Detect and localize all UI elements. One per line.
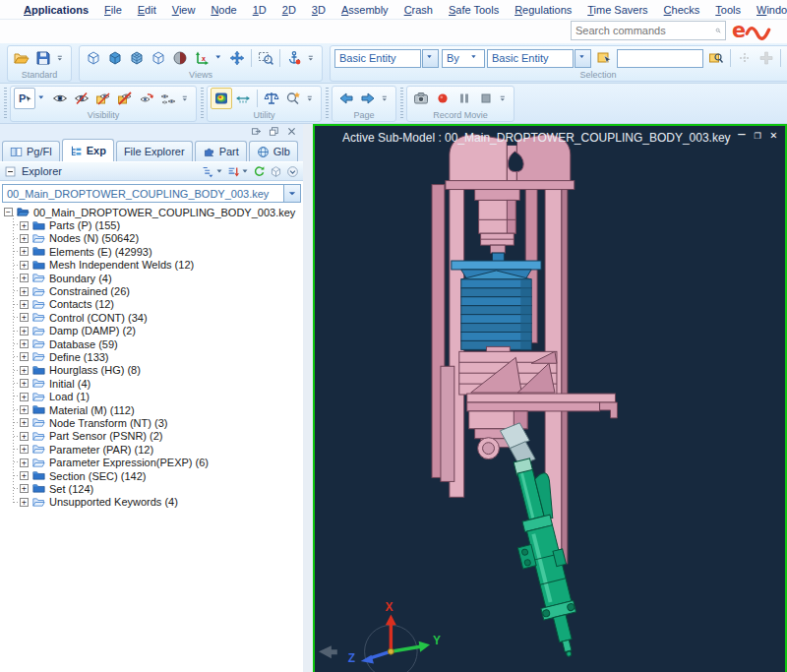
tree-expander[interactable]: + xyxy=(20,366,29,375)
advanced-find-button[interactable] xyxy=(282,88,304,109)
tree-item-unsupported-keywords-4[interactable]: +Unsupported Keywords (4) xyxy=(9,496,303,509)
tree-expander[interactable]: + xyxy=(20,339,29,348)
tree-expander[interactable]: + xyxy=(20,445,29,454)
tree-expander[interactable]: + xyxy=(20,287,29,296)
tab-glb[interactable]: Glb xyxy=(249,141,298,161)
find-entity-button[interactable] xyxy=(705,47,727,69)
open-button[interactable] xyxy=(11,47,32,69)
menu-item-checks[interactable]: Checks xyxy=(656,2,708,18)
menu-item-window[interactable]: Window xyxy=(749,2,787,18)
tree-item-initial-4[interactable]: +Initial (4) xyxy=(9,377,303,390)
tree-expander[interactable]: + xyxy=(20,313,29,322)
panel-menu-button[interactable] xyxy=(286,165,299,178)
contour-button[interactable] xyxy=(211,88,232,109)
tree-item-parts-p-155[interactable]: +Parts (P) (155) xyxy=(9,218,303,231)
menu-item-edit[interactable]: Edit xyxy=(130,2,164,18)
record-movie-drag-handle[interactable] xyxy=(400,88,403,120)
tree-expander[interactable]: + xyxy=(20,418,29,427)
tree-expander[interactable]: + xyxy=(20,247,29,256)
search-box[interactable] xyxy=(571,21,726,40)
tree-expander[interactable]: + xyxy=(20,352,29,361)
tree-expander[interactable]: − xyxy=(4,208,13,216)
views-overflow-button[interactable] xyxy=(305,47,319,69)
tree-item-control-cont-34[interactable]: +Control (CONT) (34) xyxy=(9,311,303,324)
render-sphere-button[interactable] xyxy=(169,47,191,69)
axis-dropdown-button[interactable] xyxy=(212,47,226,69)
search-input[interactable] xyxy=(575,25,715,36)
pause-button[interactable] xyxy=(454,88,475,109)
shaded-view-button[interactable] xyxy=(104,47,126,69)
tree-expander[interactable]: + xyxy=(20,274,29,282)
tree-expander[interactable]: + xyxy=(20,379,29,388)
droptower-model[interactable]: X Y Z xyxy=(315,126,785,672)
tree-item-parameter-expression-pexp-6[interactable]: +Parameter Expression(PEXP) (6) xyxy=(9,456,303,468)
viewport-close-button[interactable]: ✕ xyxy=(770,128,777,142)
tree-expander[interactable]: + xyxy=(20,458,29,467)
tree-item-parameter-par-12[interactable]: +Parameter (PAR) (12) xyxy=(9,443,303,456)
standard-overflow-button[interactable] xyxy=(54,47,68,69)
tab-pg-fl[interactable]: Pg/Fl xyxy=(2,141,60,161)
menu-item-view[interactable]: View xyxy=(164,2,204,18)
snapshot-button[interactable] xyxy=(410,88,432,109)
record-overflow-button[interactable] xyxy=(497,88,511,109)
utility-drag-handle[interactable] xyxy=(201,88,204,120)
axis-orientation-button[interactable]: x xyxy=(191,47,212,69)
show-button[interactable] xyxy=(49,88,71,109)
tab-part[interactable]: Part xyxy=(195,141,247,161)
entity-type-select[interactable]: Basic Entity xyxy=(334,49,421,68)
tree-expander[interactable]: + xyxy=(20,432,29,441)
tree-item-section-sec-142[interactable]: +Section (SEC) (142) xyxy=(9,469,303,482)
zoom-area-button[interactable] xyxy=(255,47,276,69)
menu-item-safe-tools[interactable]: Safe Tools xyxy=(441,2,507,18)
quick-pick-button[interactable] xyxy=(593,47,615,69)
reverse-visibility-button[interactable] xyxy=(136,88,157,109)
wireframe-view-button[interactable] xyxy=(83,47,104,69)
tree-item-material-m-112[interactable]: +Material (M) (112) xyxy=(9,403,303,416)
viewport-3d[interactable]: X Y Z Active Sub-Model : 00_Main_DROPTOW… xyxy=(313,124,787,672)
tab-file-explorer[interactable]: File Explorer xyxy=(116,141,193,161)
select-by-select[interactable]: By xyxy=(442,49,485,68)
tree-item-hourglass-hg-8[interactable]: +Hourglass (HG) (8) xyxy=(9,364,303,377)
tree-item-mesh-independent-welds-12[interactable]: +Mesh Independent Welds (12) xyxy=(9,259,303,272)
tree-root[interactable]: −00_Main_DROPTOWER_COUPLING_BODY_003.key xyxy=(4,206,303,218)
model-selector-chevron[interactable] xyxy=(283,185,300,202)
refresh-button[interactable] xyxy=(253,165,266,178)
tree-item-database-59[interactable]: +Database (59) xyxy=(9,337,303,350)
tree-item-boundary-4[interactable]: +Boundary (4) xyxy=(9,272,303,284)
entity-filter-select-dropdown[interactable] xyxy=(575,49,591,68)
page-next-button[interactable] xyxy=(357,88,379,109)
viewport-minimize-button[interactable]: ─ xyxy=(738,128,745,142)
menu-item-time-savers[interactable]: Time Savers xyxy=(579,2,655,18)
tree-item-elements-e-42993[interactable]: +Elements (E) (42993) xyxy=(9,245,303,258)
mesh-view-button[interactable] xyxy=(126,47,148,69)
tree-expander[interactable]: + xyxy=(20,300,29,309)
menu-item-file[interactable]: File xyxy=(96,2,130,18)
page-overflow-button[interactable] xyxy=(379,88,393,109)
save-button[interactable] xyxy=(32,47,54,69)
tree-item-load-1[interactable]: +Load (1) xyxy=(9,390,303,402)
pick-part-button[interactable]: P xyxy=(14,88,35,109)
model-box-button[interactable] xyxy=(270,165,282,178)
orientation-triad[interactable]: X Y Z xyxy=(319,600,441,672)
outline-view-button[interactable] xyxy=(148,47,169,69)
tree-expander[interactable]: + xyxy=(20,327,29,336)
tree-item-nodes-n-50642[interactable]: +Nodes (N) (50642) xyxy=(9,232,303,245)
tree-item-set-124[interactable]: +Set (124) xyxy=(9,482,303,495)
visibility-overflow-button[interactable] xyxy=(179,88,193,109)
menu-item-2d[interactable]: 2D xyxy=(274,2,304,18)
stop-button[interactable] xyxy=(475,88,497,109)
float-panel-button[interactable] xyxy=(269,123,279,141)
menu-item-node[interactable]: Node xyxy=(203,2,244,18)
menu-item-crash[interactable]: Crash xyxy=(396,2,441,18)
measure-button[interactable] xyxy=(232,88,254,109)
tree-item-damp-damp-2[interactable]: +Damp (DAMP) (2) xyxy=(9,325,303,337)
viewport-maximize-button[interactable]: ❐ xyxy=(755,128,761,142)
pan-button[interactable] xyxy=(226,47,248,69)
selection-input[interactable] xyxy=(617,49,703,68)
record-button[interactable] xyxy=(432,88,454,109)
visibility-options-button[interactable] xyxy=(157,88,179,109)
page-previous-button[interactable] xyxy=(335,88,357,109)
tree-expander[interactable]: + xyxy=(20,261,29,270)
menu-item-regulations[interactable]: Regulations xyxy=(507,2,579,18)
pick-part-dropdown-button[interactable] xyxy=(35,88,49,109)
